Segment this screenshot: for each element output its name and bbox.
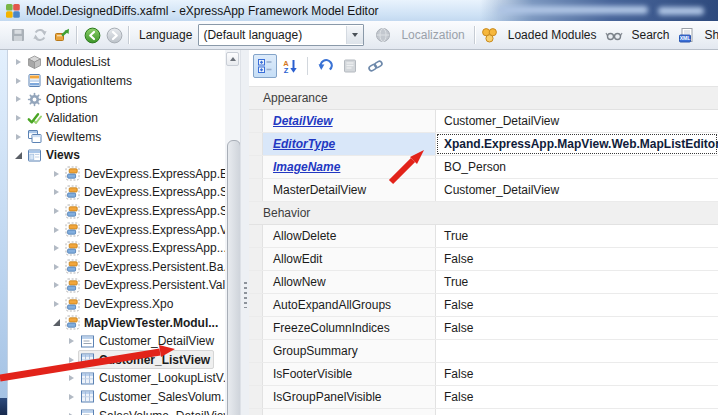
tree-item-content[interactable]: Validation: [25, 109, 102, 128]
tree-item-devexpress-expressapp-s-[interactable]: DevExpress.ExpressApp.S...: [8, 202, 225, 221]
property-name[interactable]: GroupSummary: [263, 340, 436, 362]
expand-expander-icon[interactable]: [50, 245, 63, 251]
property-value[interactable]: Customer_DetailView: [436, 179, 718, 201]
tree-item-content[interactable]: DevExpress.Persistent.Ba...: [63, 257, 225, 276]
search-button[interactable]: Search: [603, 24, 676, 46]
tree-item-devexpress-persistent-val-[interactable]: DevExpress.Persistent.Val...: [8, 276, 225, 295]
tree-scrollbar-thumb[interactable]: [227, 140, 241, 415]
property-row-isgrouppanelvisible[interactable]: IsGroupPanelVisibleFalse: [249, 386, 718, 409]
property-row-masterdetailmode[interactable]: MasterDetailModeListViewAndDetailView: [249, 409, 718, 415]
property-value[interactable]: ListViewAndDetailView: [436, 409, 718, 415]
back-button[interactable]: [81, 24, 103, 46]
property-name[interactable]: AllowEdit: [263, 248, 436, 270]
tree-item-content[interactable]: ModulesList: [25, 53, 114, 72]
collapse-expander-icon[interactable]: [50, 319, 63, 326]
property-name[interactable]: AutoExpandAllGroups: [263, 294, 436, 316]
property-row-imagename[interactable]: ImageNameBO_Person: [249, 156, 718, 179]
tree-item-options[interactable]: Options: [8, 90, 225, 109]
tree-item-views[interactable]: Views: [8, 146, 225, 165]
expand-expander-icon[interactable]: [12, 78, 25, 84]
tree-item-content[interactable]: DevExpress.ExpressApp.S...: [63, 202, 225, 221]
tree-item-content[interactable]: Views: [25, 146, 84, 165]
property-name[interactable]: FreezeColumnIndices: [263, 317, 436, 339]
tree-item-content[interactable]: Options: [25, 90, 91, 109]
property-value[interactable]: Customer_DetailView: [436, 110, 718, 132]
tree-item-content[interactable]: SalesVolume_DetailView: [78, 406, 225, 415]
tree-item-content[interactable]: Customer_SalesVolum...: [78, 387, 225, 406]
sort-az-button[interactable]: AZ: [278, 54, 302, 78]
tree-item-content[interactable]: ViewItems: [25, 127, 105, 146]
property-row-allowedit[interactable]: AllowEditFalse: [249, 248, 718, 271]
tree-item-mapviewtester-modul-[interactable]: MapViewTester.Modul...: [8, 313, 225, 332]
undo-button[interactable]: [313, 54, 337, 78]
expand-expander-icon[interactable]: [12, 134, 25, 140]
property-value[interactable]: False: [436, 248, 718, 270]
tree-item-content[interactable]: DevExpress.Persistent.Val...: [63, 276, 225, 295]
tree-item-content[interactable]: Customer_DetailView: [78, 332, 218, 351]
tree-item-content[interactable]: DevExpress.Xpo: [63, 295, 177, 314]
expand-expander-icon[interactable]: [65, 357, 78, 363]
property-value[interactable]: False: [436, 363, 718, 385]
tree-item-moduleslist[interactable]: ModulesList: [8, 53, 225, 72]
expand-expander-icon[interactable]: [50, 264, 63, 270]
property-row-groupsummary[interactable]: GroupSummary: [249, 340, 718, 363]
open-model-button[interactable]: [51, 24, 73, 46]
property-value[interactable]: False: [436, 294, 718, 316]
loaded-modules-button[interactable]: Loaded Modules: [479, 24, 603, 46]
property-value[interactable]: [436, 340, 718, 362]
tree-item-content[interactable]: MapViewTester.Modul...: [63, 313, 222, 332]
tree-item-salesvolume-detailview[interactable]: SalesVolume_DetailView: [8, 406, 225, 415]
expand-expander-icon[interactable]: [50, 189, 63, 195]
property-value[interactable]: False: [436, 317, 718, 339]
tree-item-devexpress-expressapp-s-[interactable]: DevExpress.ExpressApp.S...: [8, 183, 225, 202]
tree-item-devexpress-persistent-ba-[interactable]: DevExpress.Persistent.Ba...: [8, 258, 225, 277]
expand-expander-icon[interactable]: [12, 115, 25, 121]
tree-item-content[interactable]: NavigationItems: [25, 71, 136, 90]
show-unusable-button[interactable]: XML Show Unu: [676, 24, 718, 46]
tree-item-navigationitems[interactable]: NavigationItems: [8, 72, 225, 91]
collapse-expander-icon[interactable]: [12, 152, 25, 159]
property-row-autoexpandallgroups[interactable]: AutoExpandAllGroupsFalse: [249, 294, 718, 317]
property-value[interactable]: True: [436, 225, 718, 247]
property-name[interactable]: EditorType: [263, 133, 436, 155]
tree-scrollbar[interactable]: [225, 50, 240, 415]
category-header-appearance[interactable]: Appearance: [249, 87, 718, 110]
property-value[interactable]: False: [436, 386, 718, 408]
tree-item-customer-salesvolum-[interactable]: Customer_SalesVolum...: [8, 388, 225, 407]
expand-expander-icon[interactable]: [65, 338, 78, 344]
tree-item-devexpress-expressapp-[interactable]: DevExpress.ExpressApp....: [8, 239, 225, 258]
property-row-masterdetailview[interactable]: MasterDetailViewCustomer_DetailView: [249, 179, 718, 202]
tree-item-content[interactable]: Customer_LookupListV...: [78, 369, 225, 388]
expand-expander-icon[interactable]: [50, 301, 63, 307]
property-name[interactable]: AllowDelete: [263, 225, 436, 247]
tree-item-devexpress-expressapp-v-[interactable]: DevExpress.ExpressApp.V...: [8, 220, 225, 239]
tree-item-validation[interactable]: Validation: [8, 109, 225, 128]
property-name[interactable]: AllowNew: [263, 271, 436, 293]
property-row-freezecolumnindices[interactable]: FreezeColumnIndicesFalse: [249, 317, 718, 340]
scroll-up-button[interactable]: [226, 52, 239, 66]
property-row-detailview[interactable]: DetailViewCustomer_DetailView: [249, 110, 718, 133]
expand-expander-icon[interactable]: [12, 59, 25, 65]
category-header-behavior[interactable]: Behavior: [249, 202, 718, 225]
property-name[interactable]: MasterDetailView: [263, 179, 436, 201]
property-row-isfootervisible[interactable]: IsFooterVisibleFalse: [249, 363, 718, 386]
tree-item-content[interactable]: Customer_ListView: [78, 350, 214, 369]
expand-expander-icon[interactable]: [65, 375, 78, 381]
expand-expander-icon[interactable]: [50, 171, 63, 177]
property-name[interactable]: MasterDetailMode: [263, 409, 436, 415]
expand-expander-icon[interactable]: [12, 96, 25, 102]
tree-item-content[interactable]: DevExpress.ExpressApp....: [63, 239, 225, 258]
property-name[interactable]: ImageName: [263, 156, 436, 178]
property-value[interactable]: True: [436, 271, 718, 293]
language-combobox[interactable]: (Default language): [198, 24, 364, 46]
property-value[interactable]: BO_Person: [436, 156, 718, 178]
tree-item-content[interactable]: DevExpress.ExpressApp.E...: [63, 164, 225, 183]
property-row-allowdelete[interactable]: AllowDeleteTrue: [249, 225, 718, 248]
tree-item-content[interactable]: DevExpress.ExpressApp.V...: [63, 220, 225, 239]
expand-expander-icon[interactable]: [50, 282, 63, 288]
tree-item-viewitems[interactable]: ViewItems: [8, 127, 225, 146]
categorized-button[interactable]: [253, 54, 277, 78]
expand-expander-icon[interactable]: [65, 394, 78, 400]
property-row-editortype[interactable]: EditorTypeXpand.ExpressApp.MapView.Web.M…: [249, 133, 718, 156]
property-value[interactable]: Xpand.ExpressApp.MapView.Web.MapListEdit…: [436, 133, 718, 155]
